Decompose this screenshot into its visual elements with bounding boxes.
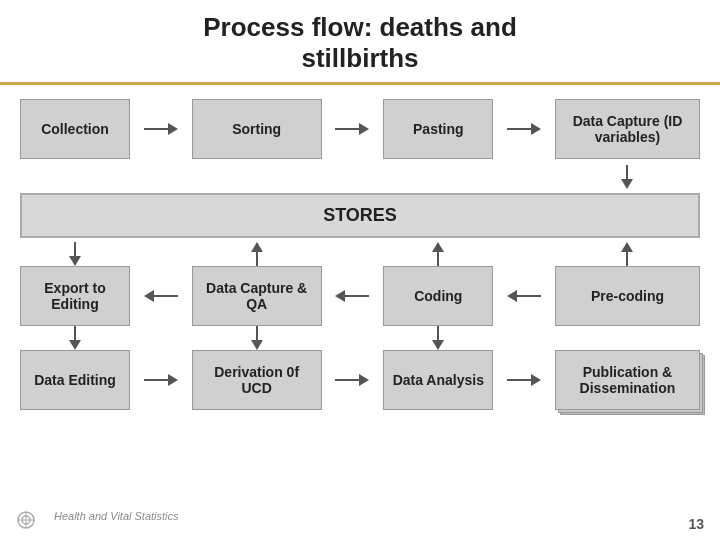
arrow-right-tip xyxy=(168,123,178,135)
arrow-pasting-datacapture xyxy=(506,123,542,135)
ul2 xyxy=(256,252,258,266)
box-data-capture-qa: Data Capture & QA xyxy=(192,266,322,326)
down-tip-r1 xyxy=(621,179,633,189)
box-data-editing: Data Editing xyxy=(20,350,130,410)
logo-icon xyxy=(16,500,48,532)
arrow-left-tip3 xyxy=(507,290,517,302)
arrow-right-tip3 xyxy=(531,123,541,135)
arrow-line3 xyxy=(507,128,531,130)
box-pasting: Pasting xyxy=(383,99,493,159)
arrow-line7 xyxy=(144,379,168,381)
vert-col4 xyxy=(555,165,700,189)
ut4 xyxy=(621,242,633,252)
vc3 xyxy=(383,242,493,266)
stores-box: STORES xyxy=(20,193,700,238)
arrow-line2 xyxy=(335,128,359,130)
row1: Collection Sorting Pasting xyxy=(20,99,700,159)
box-pre-coding: Pre-coding xyxy=(555,266,700,326)
footer: Health and Vital Statistics 13 xyxy=(0,500,720,532)
vc1 xyxy=(20,242,130,266)
arrow-line xyxy=(144,128,168,130)
arrow-right-tip4 xyxy=(168,374,178,386)
down-line-r1 xyxy=(626,165,628,179)
arrow-line6 xyxy=(517,295,541,297)
vc-r2-3 xyxy=(383,326,493,350)
ul3 xyxy=(437,252,439,266)
ut2 xyxy=(251,242,263,252)
arrow-left-tip1 xyxy=(144,290,154,302)
arrow-coding-datacaptureqa xyxy=(334,290,370,302)
footer-logo: Health and Vital Statistics xyxy=(16,500,179,532)
box-publication: Publication & Dissemination xyxy=(555,350,700,410)
arrow-r3-2-3 xyxy=(334,374,370,386)
dl-r2-3 xyxy=(437,326,439,340)
dt-r2-1 xyxy=(69,340,81,350)
dt-r2-2 xyxy=(251,340,263,350)
ul4 xyxy=(626,252,628,266)
dl-r2-1 xyxy=(74,326,76,340)
vc4 xyxy=(555,242,700,266)
title-line2: stillbirths xyxy=(301,43,418,73)
arrow-left-tip2 xyxy=(335,290,345,302)
box-collection: Collection xyxy=(20,99,130,159)
vc-r2-1 xyxy=(20,326,130,350)
dt1 xyxy=(69,256,81,266)
arrow-datacaptureqa-export xyxy=(143,290,179,302)
box-export-editing: Export to Editing xyxy=(20,266,130,326)
ut3 xyxy=(432,242,444,252)
vc-r2-2 xyxy=(192,326,322,350)
vc2 xyxy=(192,242,322,266)
footer-org-text: Health and Vital Statistics xyxy=(54,510,179,522)
arrow-r3-1-2 xyxy=(143,374,179,386)
arrow-line4 xyxy=(154,295,178,297)
dt-r2-3 xyxy=(432,340,444,350)
title-area: Process flow: deaths and stillbirths xyxy=(0,0,720,85)
row3: Data Editing Derivation 0f UCD Data Anal… xyxy=(20,350,700,410)
content-area: Collection Sorting Pasting xyxy=(0,85,720,420)
arrow-line5 xyxy=(345,295,369,297)
arrows-stores-to-row2 xyxy=(20,242,700,266)
arrow-sorting-pasting xyxy=(334,123,370,135)
arrow-collection-sorting xyxy=(143,123,179,135)
page: Process flow: deaths and stillbirths Col… xyxy=(0,0,720,540)
arrow-right-tip5 xyxy=(359,374,369,386)
page-number: 13 xyxy=(688,516,704,532)
arrow-right-tip6 xyxy=(531,374,541,386)
box-data-capture-id: Data Capture (ID variables) xyxy=(555,99,700,159)
title-line1: Process flow: deaths and xyxy=(203,12,517,42)
box-data-analysis: Data Analysis xyxy=(383,350,493,410)
arrow-line9 xyxy=(507,379,531,381)
box-sorting: Sorting xyxy=(192,99,322,159)
dl1 xyxy=(74,242,76,256)
box-publication-wrapper: Publication & Dissemination xyxy=(555,350,700,410)
arrow-precoding-coding xyxy=(506,290,542,302)
box-coding: Coding xyxy=(383,266,493,326)
arrow-r3-3-4 xyxy=(506,374,542,386)
arrows-down-to-stores xyxy=(20,165,700,189)
box-derivation-ucd: Derivation 0f UCD xyxy=(192,350,322,410)
page-title: Process flow: deaths and stillbirths xyxy=(20,12,700,74)
arrow-line8 xyxy=(335,379,359,381)
stores-row: STORES xyxy=(20,193,700,238)
arrows-row2-to-row3 xyxy=(20,326,700,350)
dl-r2-2 xyxy=(256,326,258,340)
arrow-right-tip2 xyxy=(359,123,369,135)
row2: Export to Editing Data Capture & QA Codi… xyxy=(20,266,700,326)
